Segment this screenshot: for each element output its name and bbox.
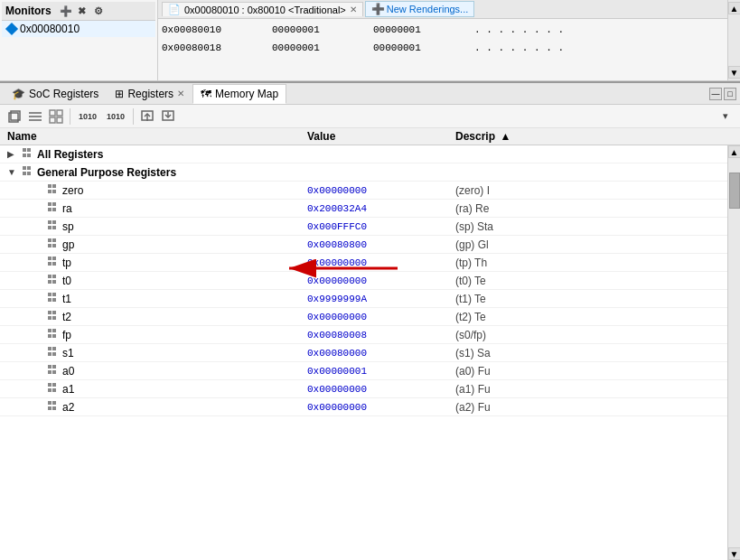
svg-rect-57 — [48, 347, 52, 350]
table-row[interactable]: sp0x000FFFC0(sp) Sta — [0, 218, 727, 236]
scroll-thumb[interactable] — [729, 173, 740, 209]
svg-rect-31 — [48, 226, 52, 229]
col-name-header: Name — [0, 130, 307, 143]
register-desc-cell: (sp) Sta — [452, 220, 727, 233]
table-row[interactable]: t00x00000000(t0) Te — [0, 272, 727, 290]
table-row[interactable]: a00x00000001(a0) Fu — [0, 362, 727, 380]
register-desc-cell: (zero) I — [452, 184, 727, 197]
svg-rect-55 — [48, 334, 52, 338]
registers-scrollbar-v[interactable]: ▲ ▼ — [727, 145, 740, 560]
grid-icon — [49, 109, 63, 124]
svg-rect-19 — [23, 172, 26, 175]
register-desc-cell: (a1) Fu — [452, 383, 727, 396]
register-name-text: All Registers — [37, 148, 103, 161]
svg-rect-56 — [52, 334, 56, 338]
table-row[interactable]: fp0x00080008(s0/fp) — [0, 326, 727, 344]
toolbar-binary-1010-btn-2[interactable]: 1010 — [103, 107, 128, 126]
toolbar-icon-2[interactable] — [26, 107, 44, 126]
register-name-cell: zero — [0, 183, 307, 197]
svg-rect-29 — [48, 220, 52, 224]
svg-rect-13 — [23, 148, 26, 152]
svg-rect-17 — [23, 166, 26, 170]
svg-rect-36 — [52, 244, 56, 247]
register-value-cell: 0x000FFFC0 — [307, 221, 452, 232]
toolbar-menu-btn[interactable]: ▾ — [717, 107, 735, 126]
expand-arrow-icon[interactable]: ▼ — [7, 167, 18, 177]
settings-monitor-icon[interactable]: ⚙ — [91, 4, 106, 18]
register-name-cell: s1 — [0, 346, 307, 359]
memory-address-tab[interactable]: 📄 0x00080010 : 0x80010 <Traditional> ✕ — [162, 2, 363, 16]
register-name-text: zero — [62, 184, 83, 197]
tab-registers[interactable]: ⊞ Registers ✕ — [107, 84, 192, 104]
scroll-down-arrow[interactable]: ▼ — [728, 66, 741, 79]
toolbar-icon-3[interactable] — [47, 107, 65, 126]
register-name-cell: a1 — [0, 382, 307, 396]
table-row[interactable]: zero0x00000000(zero) I — [0, 182, 727, 200]
register-name-text: s1 — [62, 347, 74, 359]
table-row[interactable]: tp0x00000000(tp) Th — [0, 254, 727, 272]
monitor-address: 0x00080010 — [20, 23, 80, 35]
table-row[interactable]: t10x9999999A(t1) Te — [0, 290, 727, 308]
register-desc-cell: (t2) Te — [452, 311, 727, 323]
svg-rect-62 — [52, 365, 56, 369]
table-row[interactable]: t20x00000000(t2) Te — [0, 308, 727, 326]
toolbar-export-btn[interactable] — [138, 107, 156, 126]
svg-rect-4 — [29, 119, 42, 121]
tab-memory-map[interactable]: 🗺 Memory Map — [192, 84, 286, 104]
tab-registers-label: Registers — [127, 88, 173, 100]
tab-soc-registers[interactable]: 🎓 SoC Registers — [4, 84, 107, 104]
svg-rect-41 — [48, 275, 52, 278]
table-row[interactable]: ra0x200032A4(ra) Re — [0, 200, 727, 218]
register-name-text: sp — [62, 220, 74, 233]
memory-scrollbar-v[interactable]: ▲ ▼ — [727, 0, 740, 80]
register-name-cell: tp — [0, 256, 307, 269]
registers-tab-close[interactable]: ✕ — [177, 89, 184, 98]
memory-rows-container: 0x00080010 00000001 00000001 . . . . . .… — [158, 19, 740, 59]
memory-tab-bar: 📄 0x00080010 : 0x80010 <Traditional> ✕ ➕… — [158, 0, 740, 19]
minimize-btn[interactable]: — — [709, 88, 722, 100]
register-value-cell: 0x200032A4 — [307, 203, 452, 214]
scroll-up-btn[interactable]: ▲ — [728, 145, 741, 158]
registers-panel: 🎓 SoC Registers ⊞ Registers ✕ 🗺 Memory M… — [0, 81, 740, 560]
memory-map-tab-icon: 🗺 — [201, 88, 211, 100]
svg-rect-15 — [23, 154, 26, 157]
table-row[interactable]: ▶All Registers — [0, 145, 727, 163]
register-icon — [47, 346, 59, 359]
memory-tab-close[interactable]: ✕ — [350, 5, 357, 14]
scroll-down-btn[interactable]: ▼ — [728, 547, 741, 560]
table-row[interactable]: ▼General Purpose Registers — [0, 163, 727, 182]
svg-rect-6 — [57, 110, 62, 116]
svg-rect-59 — [48, 352, 52, 356]
svg-rect-37 — [48, 257, 52, 260]
table-row[interactable]: gp0x00080800(gp) Gl — [0, 236, 727, 254]
toolbar-binary-1010-btn[interactable]: 1010 — [75, 107, 100, 126]
table-row[interactable]: a20x00000000(a2) Fu — [0, 398, 727, 416]
svg-rect-7 — [50, 117, 55, 123]
svg-rect-27 — [48, 208, 52, 211]
table-row[interactable]: s10x00080000(s1) Sa — [0, 344, 727, 362]
new-renderings-tab[interactable]: ➕ New Renderings... — [365, 1, 475, 17]
register-name-text: ra — [62, 202, 72, 215]
toolbar-import-btn[interactable] — [159, 107, 177, 126]
remove-monitor-icon[interactable]: ✖ — [75, 4, 89, 18]
mem-val2-1: 00000001 — [373, 40, 464, 56]
monitors-panel: Monitors ➕ ✖ ⚙ 0x00080010 📄 0x00080010 :… — [0, 0, 740, 81]
toolbar-icon-registers[interactable] — [5, 107, 23, 126]
monitors-toolbar: ➕ ✖ ⚙ — [59, 4, 106, 18]
monitors-header: Monitors ➕ ✖ ⚙ — [2, 2, 155, 21]
tab-memory-map-label: Memory Map — [215, 88, 278, 100]
svg-rect-68 — [52, 388, 56, 392]
register-value-cell: 0x9999999A — [307, 294, 452, 304]
svg-rect-42 — [52, 275, 56, 278]
svg-rect-48 — [52, 298, 56, 302]
scroll-up-arrow[interactable]: ▲ — [728, 2, 741, 14]
svg-rect-30 — [52, 220, 56, 224]
table-row[interactable]: a10x00000000(a1) Fu — [0, 380, 727, 398]
svg-rect-66 — [52, 383, 56, 387]
expand-arrow-icon[interactable]: ▶ — [7, 149, 18, 159]
monitors-right-panel: 📄 0x00080010 : 0x80010 <Traditional> ✕ ➕… — [158, 0, 740, 80]
svg-rect-53 — [48, 329, 52, 332]
monitor-item[interactable]: 0x00080010 — [2, 21, 155, 37]
add-monitor-icon[interactable]: ➕ — [59, 4, 73, 18]
maximize-btn[interactable]: □ — [724, 88, 736, 100]
